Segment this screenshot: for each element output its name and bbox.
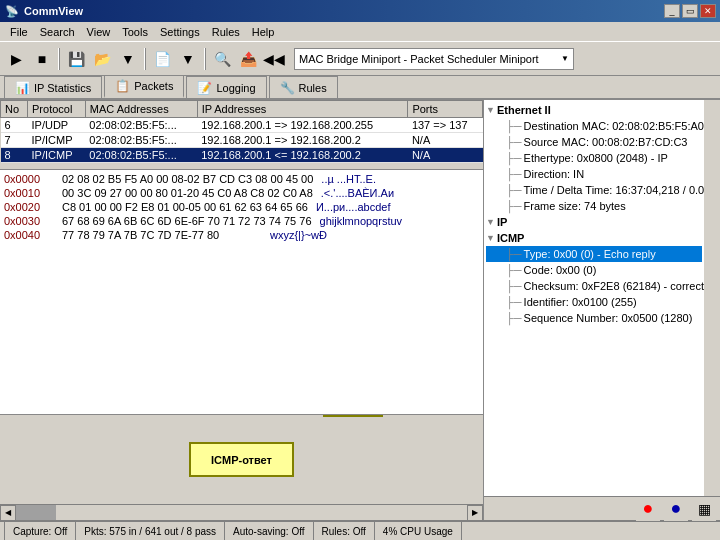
tree-item[interactable]: ├─Frame size: 74 bytes [486,198,702,214]
right-panel[interactable]: ▼Ethernet II├─Destination MAC: 02:08:02:… [484,100,704,496]
hex-view[interactable]: 0x0000 02 08 02 B5 F5 A0 00 08-02 B7 CD … [0,170,483,414]
tree-section-header[interactable]: ▼ICMP [486,230,702,246]
restore-button[interactable]: ▭ [682,4,698,18]
title-bar: 📡 CommView _ ▭ ✕ [0,0,720,22]
tree-item-label: Time / Delta Time: 16:37:04,218 / 0.000 [524,183,704,197]
tree-item-label: Destination MAC: 02:08:02:B5:F5:A0 [524,119,704,133]
col-no[interactable]: No [1,101,28,118]
table-row[interactable]: 8 IP/ICMP 02:08:02:B5:F5:... 192.168.200… [1,148,483,163]
menu-view[interactable]: View [81,24,117,40]
ip-stats-icon: 📊 [15,81,30,95]
cell-no: 8 [1,148,28,163]
send-button[interactable]: 📤 [236,47,260,71]
menu-settings[interactable]: Settings [154,24,206,40]
tree-item-label: Checksum: 0xF2E8 (62184) - correct [524,279,704,293]
icon-blue[interactable]: ● [664,497,688,521]
tree-item[interactable]: ├─Ethertype: 0x0800 (2048) - IP [486,150,702,166]
menu-file[interactable]: File [4,24,34,40]
tree-item[interactable]: ├─Identifier: 0x0100 (255) [486,294,702,310]
bottom-icons: ● ● ▦ [484,496,720,520]
menu-tools[interactable]: Tools [116,24,154,40]
tree-section-title: Ethernet II [497,103,551,117]
table-row[interactable]: 7 IP/ICMP 02:08:02:B5:F5:... 192.168.200… [1,133,483,148]
tree-line-icon: ├─ [506,151,522,165]
tab-ip-statistics[interactable]: 📊 IP Statistics [4,76,102,98]
app-icon: 📡 [4,3,20,19]
close-button[interactable]: ✕ [700,4,716,18]
icon-red[interactable]: ● [636,497,660,521]
hscroll-left[interactable]: ◀ [0,505,16,521]
hex-bytes: 77 78 79 7A 7B 7C 7D 7E-77 80 [62,228,262,242]
tree-line-icon: ├─ [506,247,522,261]
menu-rules[interactable]: Rules [206,24,246,40]
new-arrow-button[interactable]: ▼ [176,47,200,71]
status-rules: Rules: Off [314,522,375,540]
window-controls: _ ▭ ✕ [664,4,716,18]
hscroll-track[interactable] [16,505,467,520]
status-cpu: 4% CPU Usage [375,522,462,540]
rules-icon: 🔧 [280,81,295,95]
cell-mac: 02:08:02:B5:F5:... [85,148,197,163]
back-button[interactable]: ◀◀ [262,47,286,71]
open-button[interactable]: 📂 [90,47,114,71]
adapter-dropdown[interactable]: MAC Bridge Miniport - Packet Scheduler M… [294,48,574,70]
decode-button[interactable]: 🔍 [210,47,234,71]
status-autosaving: Auto-saving: Off [225,522,314,540]
col-protocol[interactable]: Protocol [28,101,86,118]
tree-item-label: Sequence Number: 0x0500 (1280) [524,311,693,325]
tab-packets[interactable]: 📋 Packets [104,75,184,98]
cell-ip: 192.168.200.1 => 192.168.200.255 [197,118,408,133]
callout-label: ICMP-ответ [211,454,272,466]
tree-item[interactable]: ├─Type: 0x00 (0) - Echo reply [486,246,702,262]
save-button[interactable]: 💾 [64,47,88,71]
hscrollbar[interactable]: ◀ ▶ [0,504,483,520]
tree-item[interactable]: ├─Code: 0x00 (0) [486,262,702,278]
hex-ascii: ghijklmnopqrstuv [320,214,403,228]
play-button[interactable]: ▶ [4,47,28,71]
tree-item[interactable]: ├─Source MAC: 00:08:02:B7:CD:C3 [486,134,702,150]
icon-grid[interactable]: ▦ [692,497,716,521]
hscroll-right[interactable]: ▶ [467,505,483,521]
tree-item[interactable]: ├─Checksum: 0xF2E8 (62184) - correct [486,278,702,294]
open-arrow-button[interactable]: ▼ [116,47,140,71]
tab-logging[interactable]: 📝 Logging [186,76,266,98]
cell-ports: N/A [408,133,483,148]
logging-icon: 📝 [197,81,212,95]
tree-line-icon: ├─ [506,135,522,149]
col-ports[interactable]: Ports [408,101,483,118]
hex-bytes: 02 08 02 B5 F5 A0 00 08-02 B7 CD C3 08 0… [62,172,313,186]
menu-help[interactable]: Help [246,24,281,40]
tree-item-label: Frame size: 74 bytes [524,199,626,213]
tree-section-header[interactable]: ▼IP [486,214,702,230]
cell-ports: N/A [408,148,483,163]
tab-logging-label: Logging [216,82,255,94]
new-button[interactable]: 📄 [150,47,174,71]
menu-search[interactable]: Search [34,24,81,40]
tab-packets-label: Packets [134,80,173,92]
tree-item[interactable]: ├─Time / Delta Time: 16:37:04,218 / 0.00… [486,182,702,198]
tree-item[interactable]: ├─Sequence Number: 0x0500 (1280) [486,310,702,326]
tree-item[interactable]: ├─Destination MAC: 02:08:02:B5:F5:A0 [486,118,702,134]
tree-section-header[interactable]: ▼Ethernet II [486,102,702,118]
tree-line-icon: ├─ [506,279,522,293]
hex-addr: 0x0040 [4,228,54,242]
tree-item-label: Direction: IN [524,167,585,181]
stop-button[interactable]: ■ [30,47,54,71]
tree-item-label: Ethertype: 0x0800 (2048) - IP [524,151,668,165]
table-row[interactable]: 6 IP/UDP 02:08:02:B5:F5:... 192.168.200.… [1,118,483,133]
tree-collapse-icon: ▼ [486,231,495,245]
tree-line-icon: ├─ [506,311,522,325]
tab-rules[interactable]: 🔧 Rules [269,76,338,98]
minimize-button[interactable]: _ [664,4,680,18]
hscroll-thumb[interactable] [16,505,56,520]
packet-table-container[interactable]: No Protocol MAC Addresses IP Addresses P… [0,100,483,170]
cell-protocol: IP/ICMP [28,133,86,148]
tab-bar: 📊 IP Statistics 📋 Packets 📝 Logging 🔧 Ru… [0,76,720,100]
col-mac[interactable]: MAC Addresses [85,101,197,118]
col-ip[interactable]: IP Addresses [197,101,408,118]
tree-line-icon: ├─ [506,199,522,213]
tree-item[interactable]: ├─Direction: IN [486,166,702,182]
hex-bytes: 00 3C 09 27 00 00 80 01-20 45 C0 A8 C8 0… [62,186,313,200]
toolbar-separator-3 [204,48,206,70]
cell-no: 6 [1,118,28,133]
